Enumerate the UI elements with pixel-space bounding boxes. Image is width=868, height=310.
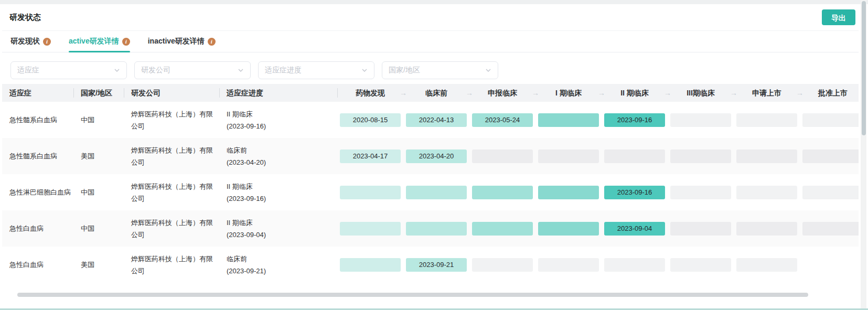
region-filter-select[interactable]: 国家/地区 (382, 61, 498, 79)
stage-bar-empty (472, 149, 533, 163)
stage-bar-empty (736, 113, 797, 127)
stage-bar-empty (802, 186, 859, 199)
company-filter-select[interactable]: 研发公司 (134, 61, 251, 79)
select-placeholder: 国家/地区 (389, 66, 420, 75)
stage-bar (538, 186, 599, 199)
stage-cell (668, 222, 734, 236)
col-header-indication: 适应症 (2, 84, 73, 102)
stage-bar (538, 222, 599, 236)
stage-bar (340, 258, 401, 272)
indication-filter-select[interactable]: 适应症 (10, 61, 127, 79)
info-icon[interactable]: i (43, 38, 51, 46)
export-button[interactable]: 导出 (822, 9, 855, 25)
table-body: 急性髓系白血病中国烨辉医药科技（上海）有限公司II 期临床(2023-09-16… (2, 102, 859, 283)
horizontal-scrollbar-thumb[interactable] (17, 293, 808, 297)
table-row[interactable]: 急性髓系白血病美国烨辉医药科技（上海）有限公司临床前(2023-04-20)20… (2, 138, 859, 174)
table-row[interactable]: 急性白血病美国烨辉医药科技（上海）有限公司临床前(2023-09-21)2023… (2, 247, 859, 283)
stage-col-label: I 期临床 (555, 89, 582, 97)
stage-col-label: 药物发现 (356, 89, 385, 97)
info-icon[interactable]: i (208, 38, 216, 46)
stage-col-label: 申报临床 (488, 89, 517, 97)
tab-bar: 研发现状 i active研发详情 i inactive研发详情 i (2, 31, 859, 52)
stage-bar-empty (802, 149, 859, 163)
chevron-down-icon (238, 67, 244, 73)
stage-bar-empty (802, 222, 859, 236)
stage-bar: 2023-09-04 (604, 222, 665, 236)
stage-bar: 2023-09-16 (604, 113, 665, 127)
stage-bar (472, 186, 533, 199)
stage-col-header: 批准上市 (800, 84, 859, 102)
stage-cell (469, 258, 535, 272)
vertical-scrollbar-track[interactable] (861, 0, 866, 310)
cell-indication: 急性白血病 (2, 260, 73, 270)
rd-progress-table: 适应症 国家/地区 研发公司 适应症进度 药物发现→临床前→申报临床→I 期临床… (2, 84, 859, 283)
col-header-company: 研发公司 (124, 84, 219, 102)
chevron-down-icon (114, 67, 120, 73)
stage-cell (734, 258, 800, 272)
stage-bar: 2022-04-13 (406, 113, 467, 127)
stage-bar-empty (802, 113, 859, 127)
stage-bar: 2023-04-20 (406, 149, 467, 163)
select-placeholder: 适应症 (17, 66, 39, 75)
tab-active-rd-details[interactable]: active研发详情 i (69, 31, 130, 52)
progress-filter-select[interactable]: 适应症进度 (258, 61, 374, 79)
stage-cell (800, 149, 859, 163)
stage-bar (472, 222, 533, 236)
col-header-progress: 适应症进度 (219, 84, 337, 102)
stage-bar-empty (538, 149, 599, 163)
select-placeholder: 适应症进度 (265, 66, 302, 75)
progress-stage-text: II 期临床 (227, 110, 253, 118)
stage-bar (340, 222, 401, 236)
stage-cell: 2023-09-21 (403, 258, 469, 272)
cell-company: 烨辉医药科技（上海）有限公司 (124, 144, 219, 168)
stage-cell (734, 149, 800, 163)
stage-cell (469, 186, 535, 199)
progress-date-text: (2023-09-16) (227, 193, 337, 205)
vertical-scrollbar-thumb[interactable] (862, 1, 866, 135)
cell-indication: 急性淋巴细胞白血病 (2, 188, 73, 197)
stage-col-label: 申请上市 (752, 89, 781, 97)
stage-col-label: 临床前 (425, 89, 447, 97)
stage-cell (337, 258, 403, 272)
tab-label: inactive研发详情 (148, 37, 205, 46)
stage-col-label: 批准上市 (818, 89, 848, 97)
stage-bar-empty (736, 149, 797, 163)
stage-bar (406, 186, 467, 199)
stage-bar-empty (670, 186, 731, 199)
stage-cell (403, 186, 469, 199)
table-row[interactable]: 急性淋巴细胞白血病中国烨辉医药科技（上海）有限公司II 期临床(2023-09-… (2, 174, 859, 210)
stage-cell: 2023-04-20 (403, 149, 469, 163)
cell-region: 中国 (73, 188, 124, 197)
stage-bar-empty (538, 258, 599, 272)
stage-bar-empty (736, 186, 797, 199)
chevron-down-icon (361, 67, 368, 73)
tab-inactive-rd-details[interactable]: inactive研发详情 i (148, 31, 216, 52)
tab-label: 研发现状 (10, 37, 40, 46)
stage-cell (337, 186, 403, 199)
stage-cell (734, 113, 800, 127)
stage-cell (337, 222, 403, 236)
cell-progress: II 期临床(2023-09-04) (219, 217, 337, 241)
cell-company: 烨辉医药科技（上海）有限公司 (124, 253, 219, 277)
info-icon[interactable]: i (122, 38, 130, 46)
stage-cell (800, 113, 859, 127)
cell-progress: 临床前(2023-09-21) (219, 253, 337, 277)
cell-progress: II 期临床(2023-09-16) (219, 108, 337, 132)
stage-bar: 2023-09-16 (604, 186, 665, 199)
cell-company: 烨辉医药科技（上海）有限公司 (124, 217, 219, 241)
table-header-row: 适应症 国家/地区 研发公司 适应症进度 药物发现→临床前→申报临床→I 期临床… (2, 84, 859, 102)
table-row[interactable]: 急性白血病中国烨辉医药科技（上海）有限公司II 期临床(2023-09-04)2… (2, 210, 859, 247)
stage-cell (535, 186, 602, 199)
tab-rd-current[interactable]: 研发现状 i (10, 31, 51, 52)
cell-region: 美国 (73, 152, 124, 161)
stage-bar: 2023-09-21 (406, 258, 467, 272)
stage-col-header: 申报临床→ (469, 84, 535, 102)
stage-bar (538, 113, 599, 127)
stage-cell (734, 222, 800, 236)
cell-company: 烨辉医药科技（上海）有限公司 (124, 180, 219, 205)
progress-stage-text: 临床前 (227, 255, 247, 263)
progress-date-text: (2023-09-21) (227, 265, 337, 277)
table-row[interactable]: 急性髓系白血病中国烨辉医药科技（上海）有限公司II 期临床(2023-09-16… (2, 102, 859, 138)
stage-cell: 2023-09-16 (602, 113, 668, 127)
rd-status-card: 研发状态 导出 研发现状 i active研发详情 i inactive研发详情… (2, 4, 859, 304)
